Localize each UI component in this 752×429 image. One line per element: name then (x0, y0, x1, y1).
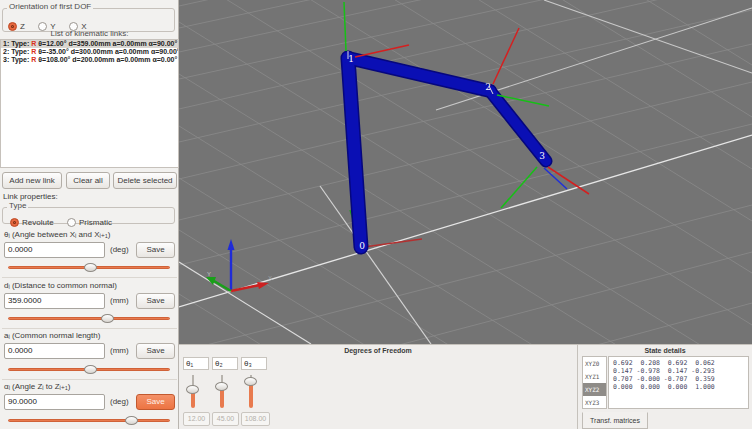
a-slider[interactable] (8, 368, 170, 371)
matrix-row: 0.000 0.000 0.000 1.000 (613, 383, 748, 391)
radio-prismatic[interactable] (67, 218, 76, 227)
radio-prismatic-label: Prismatic (79, 218, 112, 227)
state-details-panel: State details XYZ0 XYZ1 XYZ2 XYZ3 0.692 … (577, 344, 752, 429)
alpha-slider-handle[interactable] (125, 416, 138, 425)
viewport-canvas: Y X 0 1 2 3 (179, 0, 752, 344)
joint-label-2: 2 (485, 82, 491, 92)
frame-item-xyz2[interactable]: XYZ2 (583, 383, 606, 396)
dof-theta2-label: θ₂ (212, 357, 238, 370)
theta-slider[interactable] (8, 266, 170, 269)
joint-label-0: 0 (359, 241, 365, 251)
param-theta-label: θᵢ (Angle between Xᵢ and Xᵢ₊₁) (4, 230, 110, 239)
alpha-unit: (deg) (110, 394, 129, 410)
param-a-label: aᵢ (Common normal length) (4, 331, 100, 340)
param-d-label: dᵢ (Distance to common normal) (4, 281, 117, 290)
radio-revolute-label: Revolute (22, 218, 54, 227)
dof-value-2[interactable]: 45.00 (212, 412, 239, 426)
dof-panel-title: Degrees of Freedom (179, 345, 577, 354)
dof-theta1-label: θ₁ (183, 357, 209, 370)
theta-unit: (deg) (110, 242, 129, 258)
list-item[interactable]: 1: Type: R θ=12.00° d=359.00mm a=0.00mm … (1, 40, 178, 48)
orientation-group-title: Orientation of first DOF (7, 2, 93, 11)
a-input[interactable]: 0.0000 (4, 343, 105, 359)
frame-item-xyz3[interactable]: XYZ3 (583, 396, 606, 409)
tab-transf-matrices[interactable]: Transf. matrices (582, 412, 648, 429)
link-properties-title: Link properties: (3, 192, 58, 201)
a-save-button[interactable]: Save (136, 343, 175, 359)
kinematic-links-title: List of kinematic links: (0, 29, 179, 38)
matrix-row: 0.147 -0.978 0.147 -0.293 (613, 367, 748, 375)
theta-slider-handle[interactable] (84, 263, 97, 272)
type-group-title: Type (7, 201, 28, 210)
alpha-input[interactable]: 90.0000 (4, 394, 105, 410)
transform-matrix-view: 0.692 0.208 0.692 0.062 0.147 -0.978 0.1… (608, 356, 749, 409)
d-slider-handle[interactable] (101, 314, 114, 323)
dof-slider-1-handle[interactable] (186, 385, 199, 394)
joint-label-1: 1 (348, 54, 354, 64)
matrix-row: 0.707 -0.000 -0.707 0.359 (613, 375, 748, 383)
origin-x-label: X (268, 275, 272, 281)
joint-label-3: 3 (539, 151, 545, 161)
list-item[interactable]: 2: Type: R θ=-35.00° d=300.00mm a=0.00mm… (1, 48, 178, 56)
dof-value-1[interactable]: 12.00 (183, 412, 210, 426)
d-save-button[interactable]: Save (136, 293, 175, 309)
matrix-row: 0.692 0.208 0.692 0.062 (613, 359, 748, 367)
origin-y-label: Y (207, 271, 211, 277)
add-new-link-button[interactable]: Add new link (2, 172, 62, 189)
frame-item-xyz1[interactable]: XYZ1 (583, 370, 606, 383)
kinematic-links-list[interactable]: 1: Type: R θ=12.00° d=359.00mm a=0.00mm … (0, 39, 179, 168)
d-input[interactable]: 359.0000 (4, 293, 105, 309)
delete-selected-button[interactable]: Delete selected (113, 172, 177, 189)
list-item[interactable]: 3: Type: R θ=108.00° d=200.00mm a=0.00mm… (1, 56, 178, 64)
clear-all-button[interactable]: Clear all (66, 172, 110, 189)
dof-value-3[interactable]: 108.00 (241, 412, 270, 426)
dof-slider-3-handle[interactable] (244, 377, 257, 386)
a-slider-handle[interactable] (84, 365, 97, 374)
theta-save-button[interactable]: Save (136, 242, 175, 258)
frame-list[interactable]: XYZ0 XYZ1 XYZ2 XYZ3 (582, 356, 607, 409)
d-unit: (mm) (110, 293, 129, 309)
dof-slider-2-handle[interactable] (215, 382, 228, 391)
a-unit: (mm) (110, 343, 129, 359)
alpha-slider[interactable] (8, 419, 170, 422)
d-slider[interactable] (8, 317, 170, 320)
alpha-save-button[interactable]: Save (136, 394, 175, 410)
state-panel-title: State details (578, 345, 752, 354)
frame-item-xyz0[interactable]: XYZ0 (583, 357, 606, 370)
sidebar: Orientation of first DOF Z Y X List of k… (0, 0, 179, 429)
dof-panel: Degrees of Freedom θ₁ θ₂ θ₃ 12.00 45.00 … (179, 344, 577, 429)
theta-input[interactable]: 0.0000 (4, 242, 105, 258)
viewport-3d[interactable]: Y X 0 1 2 3 (179, 0, 752, 344)
radio-revolute[interactable] (10, 218, 19, 227)
param-alpha-label: αᵢ (Angle Zᵢ to Zᵢ₊₁) (4, 382, 70, 391)
dof-theta3-label: θ₃ (241, 357, 267, 370)
